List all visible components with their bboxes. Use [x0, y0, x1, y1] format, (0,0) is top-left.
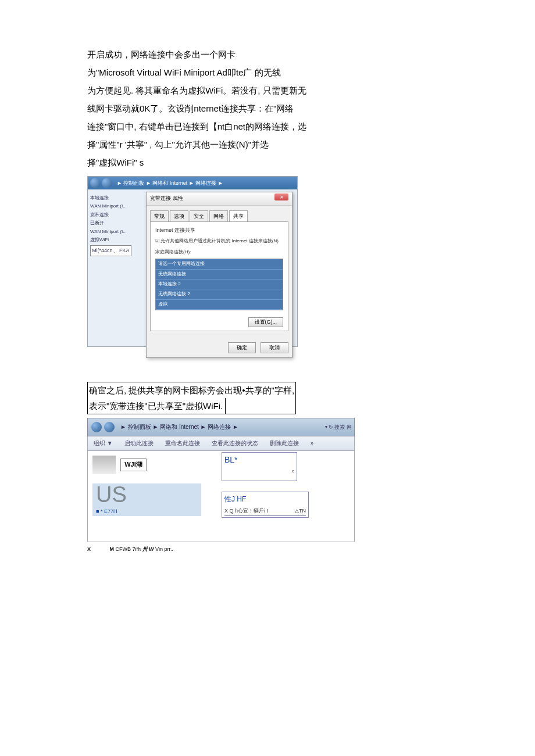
home-network-dropdown[interactable]: 请选一个专用网络连接 无线网络连接 本地连接 2 无线网络连接 2 虚拟	[155, 259, 283, 310]
connection-icon[interactable]	[92, 456, 116, 474]
cancel-button[interactable]: 取消	[261, 342, 288, 353]
dropdown-option[interactable]: 无线网络连接	[156, 270, 283, 280]
dropdown-option[interactable]: 无线网络连接 2	[156, 289, 283, 299]
explorer-header: ► 控制面板 ► 网络和 Internet ► 网络连接 ►	[88, 177, 297, 189]
dropdown-option[interactable]: 请选一个专用网络连接	[156, 259, 283, 269]
explorer-header-2: ► 控制面板 ► 网络和 Internet ► 网络连接 ► ▾ ↻ 搜索 网	[87, 418, 355, 436]
body-text: 开启成功，网络连接中会多出一个网卡 为"Microsoft Virtual Wi…	[87, 46, 448, 170]
toolbar: 组织 ▼ 启动此连接 重命名此连接 查看此连接的状态 删除此连接 »	[87, 436, 355, 451]
us-text: US	[96, 483, 198, 506]
search-box[interactable]: ▾ ↻ 搜索 网	[325, 422, 354, 432]
toolbar-delete[interactable]: 删除此连接	[270, 438, 299, 449]
refresh-icon[interactable]: ↻	[329, 422, 333, 432]
conn-item[interactable]: 本地连接	[90, 195, 145, 201]
toolbar-status[interactable]: 查看此连接的状态	[212, 438, 258, 449]
nav-back-icon[interactable]	[90, 178, 101, 188]
tab-general[interactable]: 常规	[150, 210, 169, 221]
conn-item[interactable]: WAN Miniport (I...	[90, 229, 145, 235]
connection-list: 本地连接 WAN Miniport (I... 宽带连接 已断开 WAN Min…	[88, 189, 148, 346]
footer-text: X M CFWB 7ifh 卅 W Vin prr..	[87, 544, 448, 554]
mi-label: Mi(*44cn、 FKA	[90, 245, 131, 256]
ok-button[interactable]: 确定	[228, 342, 256, 353]
wji-label: WJI湖	[120, 458, 147, 471]
address-bar-2[interactable]: ► 控制面板 ► 网络和 Internet ► 网络连接 ►	[120, 422, 238, 432]
toolbar-more[interactable]: »	[311, 438, 314, 449]
bl-box[interactable]: BL* c	[222, 452, 297, 481]
section-title: Internet 连接共享	[155, 225, 283, 235]
conn-item[interactable]: 虚拟WiFi	[90, 237, 145, 243]
nav-back-icon[interactable]	[91, 422, 102, 432]
toolbar-organize[interactable]: 组织 ▼	[94, 438, 113, 449]
hf-box[interactable]: 性J HF X Q h心宣！辆斤i I △TN	[222, 492, 309, 518]
line-7: 择"虚拟WiFi" s	[87, 155, 448, 170]
conn-item[interactable]: 已断开	[90, 220, 145, 226]
line-2: 为"Microsoft Virtual WiFi Miniport Ad叩te广…	[87, 65, 448, 80]
toolbar-rename[interactable]: 重命名此连接	[165, 438, 200, 449]
address-bar[interactable]: ► 控制面板 ► 网络和 Internet ► 网络连接 ►	[117, 178, 223, 188]
dialog-footer: 确定 取消	[147, 335, 292, 357]
settings-button[interactable]: 设置(G)...	[248, 317, 284, 327]
allow-checkbox-label[interactable]: ☑ 允许其他网络用户通过此计算机的 Internet 连接来连接(N)	[155, 237, 283, 245]
boxed-line-2: 表示"宽带连接"已共享至"虚拟WiFi.	[89, 398, 226, 414]
toolbar-start[interactable]: 启动此连接	[124, 438, 154, 449]
tab-sharing[interactable]: 共享	[229, 210, 248, 221]
line-5: 连接"窗口中, 右键单击已连接到【nt白net的网络连接，选	[87, 119, 448, 134]
boxed-note: 确宦之后, 提供共享的网卡图标旁会出现•共享的"字样, 表示"宽带连接"已共享至…	[87, 382, 296, 414]
dropdown-option[interactable]: 本地连接 2	[156, 280, 283, 289]
nav-forward-icon[interactable]	[104, 422, 115, 432]
screenshot-properties-dialog: ► 控制面板 ► 网络和 Internet ► 网络连接 ► 本地连接 WAN …	[87, 176, 298, 347]
dialog-content: Internet 连接共享 ☑ 允许其他网络用户通过此计算机的 Internet…	[150, 221, 288, 331]
us-block[interactable]: US ■ * E77i i	[92, 483, 201, 516]
boxed-line-1: 确宦之后, 提供共享的网卡图标旁会出现•共享的"字样,	[89, 382, 294, 398]
line-4: 线网卡驱动就0K了。玄设削nternet连接共享：在"网络	[87, 101, 448, 116]
dialog-tabs: 常规 选项 安全 网络 共享	[150, 210, 288, 221]
line-1: 开启成功，网络连接中会多出一个网卡	[87, 46, 448, 62]
bl-sub: c	[224, 467, 294, 475]
close-icon[interactable]: ✕	[274, 194, 288, 200]
connections-pane: WJI湖 BL* c US ■ * E77i i 性J HF X Q h心宣！辆…	[87, 451, 355, 542]
us-sub: ■ * E77i i	[96, 507, 198, 516]
dropdown-option[interactable]: 虚拟	[156, 300, 283, 310]
conn-item[interactable]: WAN Miniport (I...	[90, 203, 145, 209]
dialog-titlebar: 宽带连接 属性 ✕	[147, 192, 292, 206]
line-3: 为方便起见. 将其重命名为虚拟WiFi。若没有, 只需更新无	[87, 83, 448, 98]
tab-network[interactable]: 网络	[209, 210, 228, 221]
tab-options[interactable]: 选项	[170, 210, 188, 221]
nav-forward-icon[interactable]	[102, 178, 112, 188]
line-6: 择"属性"r '共寧" , 勾上"允许其他一连接(N)"并选	[87, 137, 448, 152]
dialog-title-text: 宽带连接 属性	[150, 194, 183, 204]
screenshot-network-connections: ► 控制面板 ► 网络和 Internet ► 网络连接 ► ▾ ↻ 搜索 网 …	[87, 418, 355, 542]
tab-security[interactable]: 安全	[190, 210, 208, 221]
conn-item[interactable]: 宽带连接	[90, 212, 145, 218]
hf-sub: X Q h心宣！辆斤i I △TN	[224, 506, 306, 516]
properties-dialog: 宽带连接 属性 ✕ 常规 选项 安全 网络 共享 Internet 连接共享 ☑…	[146, 192, 293, 358]
home-network-label: 家庭网络连接(H):	[155, 248, 283, 256]
